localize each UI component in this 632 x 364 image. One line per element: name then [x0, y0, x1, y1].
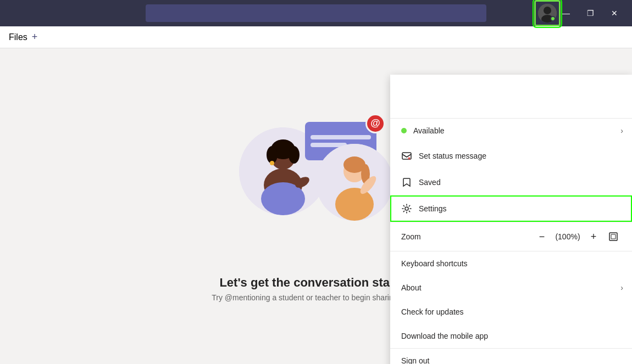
minimize-button[interactable]: —: [555, 4, 577, 22]
illustration: @: [234, 111, 398, 265]
files-label: Files: [9, 32, 27, 42]
sign-out-label: Sign out: [401, 356, 429, 364]
menu-profile-section: [390, 75, 632, 119]
status-available-dot: [401, 128, 407, 133]
settings-label: Settings: [419, 204, 447, 213]
saved-label: Saved: [419, 178, 441, 187]
available-chevron-icon: ›: [620, 126, 623, 135]
sign-out-section: Sign out: [390, 348, 632, 364]
menu-item-about[interactable]: About ›: [390, 276, 632, 300]
zoom-row: Zoom − (100%) +: [390, 222, 632, 251]
download-mobile-label: Download the mobile app: [401, 332, 488, 340]
zoom-fit-button[interactable]: [606, 229, 621, 244]
window-controls: — ❐ ✕: [555, 4, 625, 22]
svg-point-16: [335, 188, 374, 221]
main-title: Let's get the conversation started: [219, 276, 412, 290]
menu-item-set-status[interactable]: Set status message: [390, 143, 632, 169]
about-label: About: [401, 283, 422, 292]
main-content: @ Let's get the conversation started Try…: [0, 48, 632, 364]
saved-icon: [401, 177, 412, 188]
menu-item-keyboard-shortcuts[interactable]: Keyboard shortcuts: [390, 251, 632, 276]
about-chevron-icon: ›: [620, 283, 623, 292]
at-badge: @: [365, 114, 385, 133]
avatar: [538, 4, 557, 23]
svg-point-1: [544, 7, 551, 14]
maximize-button[interactable]: ❐: [579, 4, 601, 22]
add-button[interactable]: +: [32, 31, 38, 43]
menu-item-sign-out[interactable]: Sign out: [390, 349, 632, 364]
zoom-plus-button[interactable]: +: [586, 229, 601, 244]
menu-item-download-mobile[interactable]: Download the mobile app: [390, 324, 632, 348]
person2-circle: [316, 144, 393, 221]
available-label: Available: [413, 126, 445, 135]
search-input[interactable]: [146, 4, 486, 22]
settings-gear-icon: [401, 203, 412, 214]
menu-item-settings[interactable]: Settings: [390, 195, 632, 222]
zoom-minus-button[interactable]: −: [534, 229, 550, 244]
set-status-icon: [401, 150, 412, 161]
svg-point-10: [270, 161, 274, 165]
dropdown-menu: Available › Set status message Saved: [390, 75, 632, 364]
svg-point-8: [289, 146, 300, 164]
set-status-label: Set status message: [419, 152, 486, 160]
zoom-label: Zoom: [401, 232, 534, 241]
menu-item-saved[interactable]: Saved: [390, 169, 632, 195]
svg-rect-20: [609, 233, 617, 240]
menu-item-check-updates[interactable]: Check for updates: [390, 300, 632, 324]
zoom-controls: − (100%) +: [534, 229, 621, 244]
svg-point-19: [405, 207, 408, 210]
zoom-value: (100%): [554, 232, 581, 241]
main-subtitle: Try @mentioning a student or teacher to …: [212, 293, 420, 302]
check-updates-label: Check for updates: [401, 307, 464, 316]
menu-item-available[interactable]: Available ›: [390, 119, 632, 143]
close-button[interactable]: ✕: [603, 4, 625, 22]
title-bar: — ❐ ✕: [0, 0, 632, 26]
sub-header: Files +: [0, 26, 632, 48]
message-line-1: [311, 135, 371, 139]
keyboard-shortcuts-label: Keyboard shortcuts: [401, 259, 468, 268]
